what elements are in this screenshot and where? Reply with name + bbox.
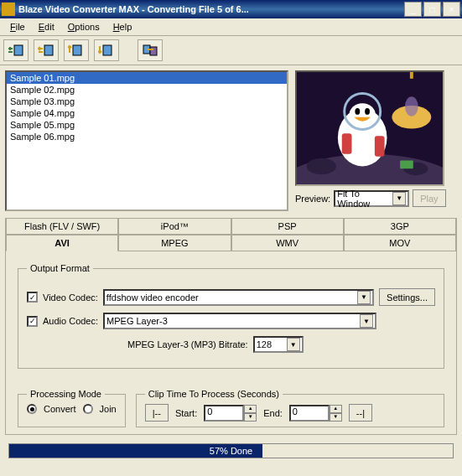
file-item[interactable]: Sample 02.mpg bbox=[7, 84, 287, 96]
svg-rect-2 bbox=[73, 45, 81, 55]
svg-point-16 bbox=[355, 108, 360, 115]
bitrate-select[interactable]: 128 ▼ bbox=[253, 336, 304, 353]
clip-time-group: Clip Time To Process (Seconds) |-- Start… bbox=[136, 389, 444, 427]
chevron-down-icon: ▼ bbox=[360, 314, 373, 328]
menu-help[interactable]: Help bbox=[106, 20, 139, 34]
clip-start-value[interactable]: 0 bbox=[204, 405, 244, 422]
chevron-down-icon: ▼ bbox=[287, 338, 300, 351]
svg-rect-3 bbox=[103, 45, 112, 55]
video-codec-label: Video Codec: bbox=[43, 292, 98, 303]
video-codec-checkbox[interactable]: ✓ bbox=[27, 292, 38, 303]
clip-start-label: Start: bbox=[175, 408, 197, 418]
audio-codec-checkbox[interactable]: ✓ bbox=[27, 316, 38, 327]
audio-codec-value: MPEG Layer-3 bbox=[106, 316, 360, 326]
svg-point-17 bbox=[365, 108, 370, 115]
maximize-button[interactable]: □ bbox=[423, 2, 441, 17]
window-titlebar: Blaze Video Converter MAX - Converting F… bbox=[0, 0, 462, 18]
tab-flash-flv-swf-[interactable]: Flash (FLV / SWF) bbox=[6, 218, 118, 235]
window-title: Blaze Video Converter MAX - Converting F… bbox=[18, 4, 404, 14]
file-item[interactable]: Sample 04.mpg bbox=[7, 107, 287, 119]
close-button[interactable]: × bbox=[443, 2, 460, 17]
tab-psp[interactable]: PSP bbox=[231, 218, 344, 235]
video-codec-value: ffdshow video encoder bbox=[106, 292, 357, 303]
file-list[interactable]: Sample 01.mpgSample 02.mpgSample 03.mpgS… bbox=[5, 70, 288, 211]
tab-avi[interactable]: AVI bbox=[6, 235, 118, 251]
svg-rect-12 bbox=[410, 72, 413, 79]
tool-add-file-icon[interactable] bbox=[3, 39, 29, 61]
svg-rect-18 bbox=[342, 133, 352, 153]
progress-text: 57% Done bbox=[9, 446, 453, 456]
svg-rect-0 bbox=[14, 45, 23, 55]
convert-radio[interactable] bbox=[27, 404, 37, 414]
tool-move-down-icon[interactable] bbox=[94, 39, 119, 61]
svg-point-8 bbox=[307, 158, 336, 175]
format-tabs: Flash (FLV / SWF)iPod™PSP3GP AVIMPEGWMVM… bbox=[5, 218, 457, 435]
processing-mode-group: Processing Mode Convert Join bbox=[18, 389, 126, 427]
video-codec-select[interactable]: ffdshow video encoder ▼ bbox=[103, 289, 374, 306]
bitrate-label: MPEG Layer-3 (MP3) Bitrate: bbox=[127, 339, 248, 349]
join-radio[interactable] bbox=[83, 404, 93, 414]
output-format-group: Output Format ✓ Video Codec: ffdshow vid… bbox=[18, 263, 444, 369]
clip-end-spinner[interactable]: 0 ▲▼ bbox=[289, 405, 342, 422]
tool-move-up-icon[interactable] bbox=[64, 39, 89, 61]
chevron-down-icon: ▼ bbox=[392, 192, 406, 205]
spinner-down-icon[interactable]: ▼ bbox=[330, 413, 342, 422]
join-label: Join bbox=[100, 404, 117, 414]
spinner-down-icon[interactable]: ▼ bbox=[244, 413, 257, 422]
clip-start-spinner[interactable]: 0 ▲▼ bbox=[204, 405, 257, 422]
app-icon bbox=[2, 3, 15, 16]
preview-mode-select[interactable]: Fit To Window ▼ bbox=[334, 190, 409, 207]
file-item[interactable]: Sample 01.mpg bbox=[7, 72, 287, 84]
toolbar bbox=[0, 36, 462, 65]
chevron-down-icon: ▼ bbox=[357, 291, 371, 304]
preview-display bbox=[295, 70, 444, 186]
spinner-up-icon[interactable]: ▲ bbox=[244, 405, 257, 413]
tool-remove-file-icon[interactable] bbox=[34, 39, 59, 61]
convert-label: Convert bbox=[44, 404, 76, 414]
settings-button[interactable]: Settings... bbox=[379, 288, 435, 306]
file-item[interactable]: Sample 06.mpg bbox=[7, 131, 287, 142]
svg-rect-5 bbox=[150, 47, 157, 55]
svg-rect-1 bbox=[44, 45, 53, 55]
clip-end-label: End: bbox=[263, 408, 283, 418]
tab-wmv[interactable]: WMV bbox=[231, 235, 344, 251]
clip-start-button[interactable]: |-- bbox=[145, 404, 169, 422]
play-button[interactable]: Play bbox=[413, 189, 445, 207]
spinner-up-icon[interactable]: ▲ bbox=[330, 405, 342, 413]
tab-ipod-[interactable]: iPod™ bbox=[118, 218, 231, 235]
clip-time-legend: Clip Time To Process (Seconds) bbox=[145, 389, 283, 399]
svg-rect-20 bbox=[400, 161, 413, 169]
output-format-legend: Output Format bbox=[27, 263, 93, 273]
clip-end-value[interactable]: 0 bbox=[289, 405, 330, 422]
audio-codec-select[interactable]: MPEG Layer-3 ▼ bbox=[103, 313, 376, 329]
file-item[interactable]: Sample 03.mpg bbox=[7, 96, 287, 107]
svg-point-11 bbox=[405, 96, 418, 116]
menu-edit[interactable]: Edit bbox=[32, 20, 61, 34]
audio-codec-label: Audio Codec: bbox=[43, 316, 98, 326]
bitrate-value: 128 bbox=[257, 339, 287, 349]
progress-bar: 57% Done bbox=[8, 443, 454, 458]
menu-bar: File Edit Options Help bbox=[0, 18, 462, 36]
tab-3gp[interactable]: 3GP bbox=[344, 218, 456, 235]
svg-point-15 bbox=[350, 103, 376, 126]
tab-mpeg[interactable]: MPEG bbox=[118, 235, 231, 251]
processing-mode-legend: Processing Mode bbox=[27, 389, 105, 399]
svg-rect-19 bbox=[375, 136, 385, 156]
preview-mode-value: Fit To Window bbox=[337, 189, 392, 209]
preview-label: Preview: bbox=[295, 194, 330, 204]
clip-end-button[interactable]: --| bbox=[349, 404, 372, 422]
menu-file[interactable]: File bbox=[3, 20, 32, 34]
menu-options[interactable]: Options bbox=[61, 20, 106, 34]
file-item[interactable]: Sample 05.mpg bbox=[7, 119, 287, 131]
tab-mov[interactable]: MOV bbox=[344, 235, 456, 251]
minimize-button[interactable]: _ bbox=[404, 2, 422, 17]
tool-convert-icon[interactable] bbox=[138, 39, 163, 61]
